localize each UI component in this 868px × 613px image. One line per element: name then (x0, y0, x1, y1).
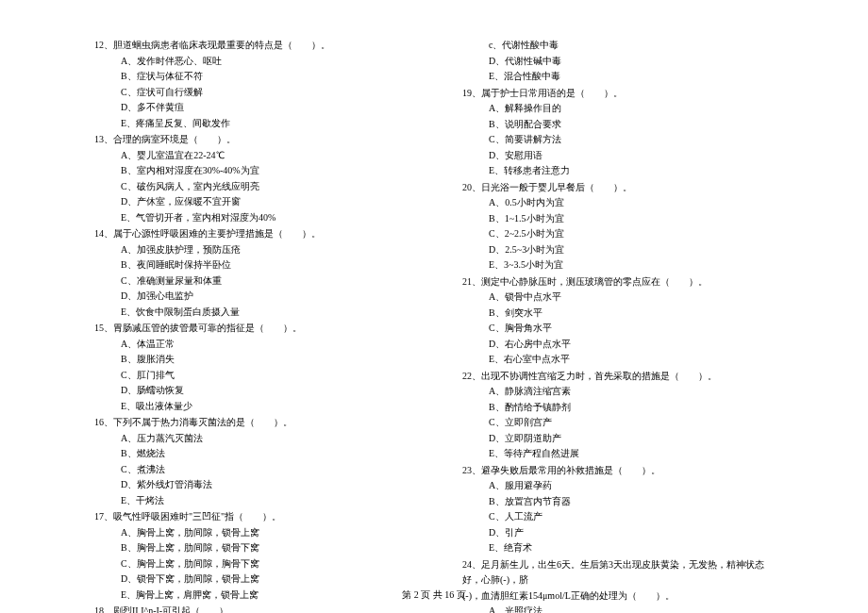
q16-option-d: D、紫外线灯管消毒法 (94, 477, 406, 493)
q14-stem: 14、属于心源性呼吸困难的主要护理措施是（ ）。 (94, 226, 406, 242)
q19-option-c: C、简要讲解方法 (462, 132, 774, 148)
page-footer: 第 2 页 共 16 页 (0, 588, 868, 602)
q12-option-b: B、症状与体征不符 (94, 69, 406, 85)
q15-option-d: D、肠蠕动恢复 (94, 383, 406, 399)
q12-option-c: C、症状可自行缓解 (94, 85, 406, 101)
q20-option-e: E、3~3.5小时为宜 (462, 257, 774, 273)
q22-option-d: D、立即阴道助产 (462, 431, 774, 447)
q21-option-c: C、胸骨角水平 (462, 321, 774, 337)
q19-option-b: B、说明配合要求 (462, 117, 774, 133)
q18-option-c: c、代谢性酸中毒 (462, 38, 774, 54)
q24-option-a: A、光照疗法 (462, 604, 774, 613)
question-23: 23、避孕失败后最常用的补救措施是（ ）。 A、服用避孕药 B、放置宫内节育器 … (462, 463, 774, 556)
q22-option-b: B、酌情给予镇静剂 (462, 400, 774, 416)
q17-stem: 17、吸气性呼吸困难时"三凹征"指（ ）。 (94, 509, 406, 525)
q12-stem: 12、胆道蛔虫病患者临床表现最重要的特点是（ ）。 (94, 38, 406, 54)
q15-option-a: A、体温正常 (94, 337, 406, 353)
question-13: 13、合理的病室环境是（ ）。 A、婴儿室温宜在22-24℃ B、室内相对湿度在… (94, 132, 406, 225)
q17-option-d: D、锁骨下窝，肋间隙，锁骨上窝 (94, 572, 406, 588)
q14-option-d: D、加强心电监护 (94, 289, 406, 305)
q15-stem: 15、胃肠减压管的拔管最可靠的指征是（ ）。 (94, 321, 406, 337)
q24-stem: 24、足月新生儿，出生6天。生后第3天出现皮肤黄染，无发热，精神状态好，心肺(-… (462, 557, 774, 588)
q13-option-c: C、破伤风病人，室内光线应明亮 (94, 179, 406, 195)
q14-option-e: E、饮食中限制蛋白质摄入量 (94, 305, 406, 321)
q12-option-e: E、疼痛呈反复、间歇发作 (94, 116, 406, 132)
q15-option-c: C、肛门排气 (94, 368, 406, 384)
q16-stem: 16、下列不属于热力消毒灭菌法的是（ ）。 (94, 415, 406, 431)
q23-option-a: A、服用避孕药 (462, 478, 774, 494)
q12-option-d: D、多不伴黄疸 (94, 100, 406, 116)
q14-option-c: C、准确测量尿量和体重 (94, 273, 406, 290)
q18-option-e: E、混合性酸中毒 (462, 69, 774, 85)
q22-option-e: E、等待产程自然进展 (462, 446, 774, 462)
q12-option-a: A、发作时伴恶心、呕吐 (94, 54, 406, 70)
q23-option-d: D、引产 (462, 525, 774, 541)
page-content: 12、胆道蛔虫病患者临床表现最重要的特点是（ ）。 A、发作时伴恶心、呕吐 B、… (0, 0, 868, 613)
q15-option-e: E、吸出液体量少 (94, 399, 406, 415)
q23-stem: 23、避孕失败后最常用的补救措施是（ ）。 (462, 463, 774, 479)
q22-option-c: C、立即剖宫产 (462, 415, 774, 431)
q18-stem: 18、剧烈II I^n-I-可引起（ ）。 (94, 604, 406, 613)
q17-option-a: A、胸骨上窝，肋间隙，锁骨上窝 (94, 525, 406, 541)
question-18-continued: c、代谢性酸中毒 D、代谢性碱中毒 E、混合性酸中毒 (462, 38, 774, 85)
q19-option-d: D、安慰用语 (462, 148, 774, 164)
q21-option-a: A、锁骨中点水平 (462, 290, 774, 306)
right-column: c、代谢性酸中毒 D、代谢性碱中毒 E、混合性酸中毒 19、属于护士日常用语的是… (462, 38, 774, 585)
question-22: 22、出现不协调性宫缩乏力时，首先采取的措施是（ ）。 A、静脉滴注缩宫素 B、… (462, 369, 774, 462)
question-12: 12、胆道蛔虫病患者临床表现最重要的特点是（ ）。 A、发作时伴恶心、呕吐 B、… (94, 38, 406, 131)
q21-option-d: D、右心房中点水平 (462, 337, 774, 353)
left-column: 12、胆道蛔虫病患者临床表现最重要的特点是（ ）。 A、发作时伴恶心、呕吐 B、… (94, 38, 406, 585)
q16-option-e: E、干烤法 (94, 493, 406, 509)
q20-stem: 20、日光浴一般于婴儿早餐后（ ）。 (462, 180, 774, 196)
q13-option-d: D、产休室，应保暖不宜开窗 (94, 194, 406, 210)
q13-stem: 13、合理的病室环境是（ ）。 (94, 132, 406, 148)
q22-option-a: A、静脉滴注缩宫素 (462, 384, 774, 400)
q21-stem: 21、测定中心静脉压时，测压玻璃管的零点应在（ ）。 (462, 274, 774, 290)
q21-option-e: E、右心室中点水平 (462, 352, 774, 368)
q19-option-a: A、解释操作目的 (462, 101, 774, 117)
q20-option-c: C、2~2.5小时为宜 (462, 226, 774, 242)
q20-option-d: D、2.5~3小时为宜 (462, 242, 774, 258)
q17-option-b: B、胸骨上窝，肋间隙，锁骨下窝 (94, 540, 406, 556)
q13-option-e: E、气管切开者，室内相对湿度为40% (94, 210, 406, 226)
q19-option-e: E、转移患者注意力 (462, 163, 774, 179)
q15-option-b: B、腹胀消失 (94, 352, 406, 368)
question-24: 24、足月新生儿，出生6天。生后第3天出现皮肤黄染，无发热，精神状态好，心肺(-… (462, 557, 774, 614)
question-18: 18、剧烈II I^n-I-可引起（ ）。 A、呼吸性酸中毒 B、呼吸性碱中毒 (94, 604, 406, 613)
q20-option-b: B、1~1.5小时为宜 (462, 211, 774, 227)
q21-option-b: B、剑突水平 (462, 306, 774, 322)
q13-option-b: B、室内相对湿度在30%-40%为宜 (94, 163, 406, 179)
q14-option-b: B、夜间睡眠时保持半卧位 (94, 257, 406, 273)
question-21: 21、测定中心静脉压时，测压玻璃管的零点应在（ ）。 A、锁骨中点水平 B、剑突… (462, 274, 774, 368)
q23-option-c: C、人工流产 (462, 509, 774, 525)
q23-option-e: E、绝育术 (462, 540, 774, 556)
q16-option-c: C、煮沸法 (94, 462, 406, 478)
question-15: 15、胃肠减压管的拔管最可靠的指征是（ ）。 A、体温正常 B、腹胀消失 C、肛… (94, 321, 406, 414)
q16-option-a: A、压力蒸汽灭菌法 (94, 431, 406, 447)
question-19: 19、属于护士日常用语的是（ ）。 A、解释操作目的 B、说明配合要求 C、简要… (462, 86, 774, 179)
q23-option-b: B、放置宫内节育器 (462, 494, 774, 510)
q16-option-b: B、燃烧法 (94, 446, 406, 462)
q14-option-a: A、加强皮肤护理，预防压疮 (94, 242, 406, 258)
q20-option-a: A、0.5小时内为宜 (462, 195, 774, 211)
q22-stem: 22、出现不协调性宫缩乏力时，首先采取的措施是（ ）。 (462, 369, 774, 385)
q17-option-c: C、胸骨上窝，肋间隙，胸骨下窝 (94, 556, 406, 572)
q19-stem: 19、属于护士日常用语的是（ ）。 (462, 86, 774, 102)
q18-option-d: D、代谢性碱中毒 (462, 54, 774, 70)
question-20: 20、日光浴一般于婴儿早餐后（ ）。 A、0.5小时内为宜 B、1~1.5小时为… (462, 180, 774, 273)
question-14: 14、属于心源性呼吸困难的主要护理措施是（ ）。 A、加强皮肤护理，预防压疮 B… (94, 226, 406, 320)
question-16: 16、下列不属于热力消毒灭菌法的是（ ）。 A、压力蒸汽灭菌法 B、燃烧法 C、… (94, 415, 406, 508)
q13-option-a: A、婴儿室温宜在22-24℃ (94, 148, 406, 164)
